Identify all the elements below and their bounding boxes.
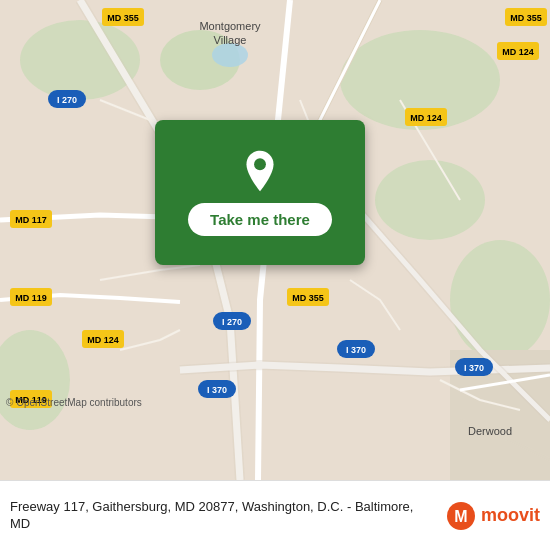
svg-text:MD 355: MD 355 bbox=[292, 293, 324, 303]
svg-point-40 bbox=[254, 158, 266, 170]
map-pin-icon bbox=[238, 149, 282, 193]
svg-text:Derwood: Derwood bbox=[468, 425, 512, 437]
svg-text:MD 124: MD 124 bbox=[502, 47, 534, 57]
map-container: MD 355 I 270 MD 355 MD 124 MD 124 MD 117… bbox=[0, 0, 550, 480]
bottom-bar: Freeway 117, Gaithersburg, MD 20877, Was… bbox=[0, 480, 550, 550]
svg-text:MD 355: MD 355 bbox=[107, 13, 139, 23]
svg-text:M: M bbox=[454, 508, 467, 525]
take-me-there-button[interactable]: Take me there bbox=[188, 203, 332, 236]
svg-point-3 bbox=[450, 240, 550, 360]
svg-point-5 bbox=[375, 160, 485, 240]
svg-text:MD 124: MD 124 bbox=[87, 335, 119, 345]
svg-text:Montgomery: Montgomery bbox=[199, 20, 261, 32]
svg-text:MD 355: MD 355 bbox=[510, 13, 542, 23]
svg-text:MD 119: MD 119 bbox=[15, 293, 47, 303]
svg-text:I 370: I 370 bbox=[207, 385, 227, 395]
svg-text:Village: Village bbox=[214, 34, 247, 46]
location-card: Take me there bbox=[155, 120, 365, 265]
moovit-label: moovit bbox=[481, 505, 540, 526]
svg-text:I 270: I 270 bbox=[57, 95, 77, 105]
svg-text:MD 124: MD 124 bbox=[410, 113, 442, 123]
copyright-text: © OpenStreetMap contributors bbox=[6, 397, 142, 408]
svg-text:I 370: I 370 bbox=[346, 345, 366, 355]
address-text: Freeway 117, Gaithersburg, MD 20877, Was… bbox=[10, 499, 435, 533]
moovit-brand-icon: M bbox=[445, 500, 477, 532]
moovit-logo: M moovit bbox=[445, 500, 540, 532]
svg-point-1 bbox=[20, 20, 140, 100]
svg-point-8 bbox=[212, 43, 248, 67]
svg-text:I 270: I 270 bbox=[222, 317, 242, 327]
svg-text:MD 117: MD 117 bbox=[15, 215, 47, 225]
svg-text:I 370: I 370 bbox=[464, 363, 484, 373]
